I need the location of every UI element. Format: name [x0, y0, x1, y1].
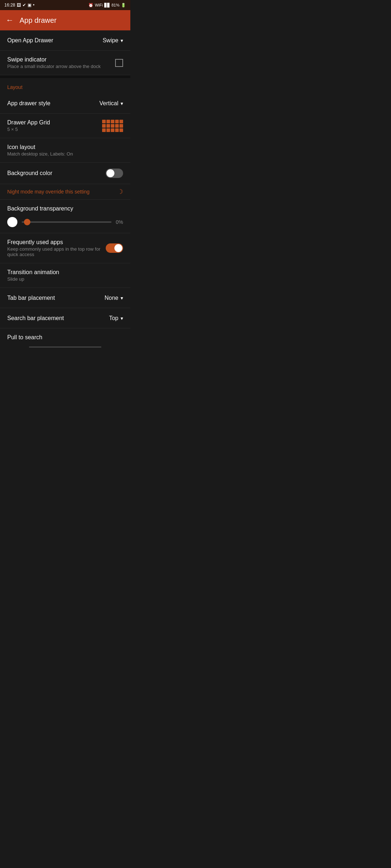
tab-bar-placement-arrow-icon: ▾ [121, 295, 123, 301]
frequently-used-apps-subtitle: Keep commonly used apps in the top row f… [7, 246, 101, 257]
check-icon: ✔ [22, 3, 26, 8]
tab-bar-placement-value-group[interactable]: None ▾ [105, 295, 123, 301]
open-app-drawer-value-group[interactable]: Swipe ▾ [102, 37, 123, 44]
section-divider [0, 75, 130, 78]
battery-text: 81% [112, 3, 119, 7]
background-transparency-row[interactable]: Background transparency 0% [0, 200, 130, 233]
back-button[interactable]: ← [6, 16, 14, 25]
icon-layout-label-group: Icon layout Match desktop size, Labels: … [7, 144, 123, 157]
gallery-icon: ▣ [28, 3, 31, 8]
frequently-used-apps-label: Frequently used apps [7, 239, 101, 246]
settings-content: Open App Drawer Swipe ▾ Swipe indicator … [0, 30, 130, 349]
icon-layout-row[interactable]: Icon layout Match desktop size, Labels: … [0, 138, 130, 163]
search-bar-placement-label-group: Search bar placement [7, 315, 109, 322]
transition-animation-row[interactable]: Transition animation Slide up [0, 263, 130, 288]
drawer-app-grid-label-group: Drawer App Grid 5 × 5 [7, 119, 102, 132]
transition-animation-subtitle: Slide up [7, 276, 123, 282]
open-app-drawer-label-group: Open App Drawer [7, 37, 102, 44]
layout-section-header: Layout [0, 78, 130, 93]
swipe-indicator-checkbox-group[interactable] [115, 59, 123, 67]
icon-layout-subtitle: Match desktop size, Labels: On [7, 151, 123, 157]
tab-bar-placement-value: None [105, 295, 118, 301]
pull-to-search-label: Pull to search [7, 334, 123, 341]
background-transparency-label: Background transparency [7, 205, 123, 212]
background-color-toggle-thumb [106, 169, 114, 177]
app-drawer-style-value-group[interactable]: Vertical ▾ [100, 100, 123, 107]
status-time: 16:28 [4, 3, 15, 8]
signal-icon: ▊▊ [104, 3, 110, 8]
alarm-icon: ⏰ [88, 3, 93, 8]
drawer-app-grid-subtitle: 5 × 5 [7, 127, 102, 132]
status-right: ⏰ WiFi ▊▊ 81% 🔋 [88, 3, 126, 8]
open-app-drawer-arrow-icon: ▾ [121, 38, 123, 43]
search-bar-placement-arrow-icon: ▾ [121, 315, 123, 321]
status-dot: • [33, 3, 34, 8]
slider-track[interactable] [22, 221, 112, 223]
open-app-drawer-value: Swipe [102, 37, 118, 44]
background-color-label-group: Background color [7, 170, 106, 176]
background-color-toggle-group[interactable] [106, 169, 123, 178]
grid-icon [102, 120, 123, 132]
scroll-indicator [29, 346, 101, 348]
swipe-indicator-row[interactable]: Swipe indicator Place a small indicator … [0, 51, 130, 75]
app-drawer-style-label-group: App drawer style [7, 100, 100, 107]
app-drawer-style-value: Vertical [100, 100, 118, 107]
status-bar: 16:28 🖼 ✔ ▣ • ⏰ WiFi ▊▊ 81% 🔋 [0, 0, 130, 10]
transition-animation-label-group: Transition animation Slide up [7, 269, 123, 282]
drawer-app-grid-row[interactable]: Drawer App Grid 5 × 5 [0, 114, 130, 138]
background-color-toggle[interactable] [106, 169, 123, 178]
slider-value: 0% [116, 219, 123, 225]
drawer-app-grid-icon-group [102, 120, 123, 132]
app-drawer-style-label: App drawer style [7, 100, 100, 107]
search-bar-placement-label: Search bar placement [7, 315, 109, 322]
search-bar-placement-value-group[interactable]: Top ▾ [109, 315, 123, 322]
app-drawer-style-row[interactable]: App drawer style Vertical ▾ [0, 93, 130, 114]
background-color-label: Background color [7, 170, 106, 176]
drawer-app-grid-label: Drawer App Grid [7, 119, 102, 126]
swipe-indicator-checkbox[interactable] [115, 59, 123, 67]
open-app-drawer-label: Open App Drawer [7, 37, 102, 44]
status-left: 16:28 🖼 ✔ ▣ • [4, 3, 34, 8]
transition-animation-label: Transition animation [7, 269, 123, 276]
app-bar: ← App drawer [0, 10, 130, 30]
slider-thumb[interactable] [24, 219, 30, 225]
swipe-indicator-label: Swipe indicator [7, 56, 115, 63]
wifi-icon: WiFi [95, 3, 103, 7]
app-drawer-style-arrow-icon: ▾ [121, 101, 123, 106]
swipe-indicator-subtitle: Place a small indicator arrow above the … [7, 64, 115, 69]
search-bar-placement-value: Top [109, 315, 118, 322]
battery-icon: 🔋 [121, 3, 126, 8]
frequently-used-apps-toggle-group[interactable] [106, 243, 123, 253]
search-bar-placement-row[interactable]: Search bar placement Top ▾ [0, 308, 130, 328]
open-app-drawer-row[interactable]: Open App Drawer Swipe ▾ [0, 30, 130, 51]
night-mode-text: Night mode may override this setting [7, 189, 89, 195]
layout-section-title: Layout [7, 84, 22, 90]
slider-white-circle [7, 217, 17, 227]
pull-to-search-row[interactable]: Pull to search [0, 328, 130, 344]
icon-layout-label: Icon layout [7, 144, 123, 150]
photo-icon: 🖼 [17, 3, 21, 8]
night-mode-row: Night mode may override this setting ☽ [0, 184, 130, 200]
swipe-indicator-label-group: Swipe indicator Place a small indicator … [7, 56, 115, 69]
frequently-used-apps-toggle-thumb [114, 244, 122, 252]
tab-bar-placement-label-group: Tab bar placement [7, 295, 105, 301]
frequently-used-apps-row[interactable]: Frequently used apps Keep commonly used … [0, 233, 130, 263]
page-title: App drawer [20, 16, 56, 25]
moon-icon: ☽ [117, 188, 123, 196]
frequently-used-apps-toggle[interactable] [106, 243, 123, 253]
tab-bar-placement-label: Tab bar placement [7, 295, 105, 301]
background-color-row[interactable]: Background color [0, 163, 130, 184]
slider-container: 0% [7, 217, 123, 227]
frequently-used-apps-label-group: Frequently used apps Keep commonly used … [7, 239, 106, 257]
tab-bar-placement-row[interactable]: Tab bar placement None ▾ [0, 288, 130, 308]
